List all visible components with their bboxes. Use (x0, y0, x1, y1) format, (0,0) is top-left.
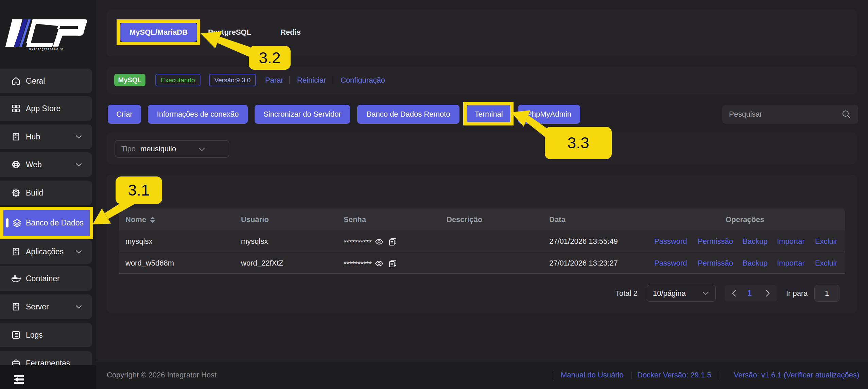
svg-text:byintegratorho st: byintegratorho st (29, 47, 64, 51)
